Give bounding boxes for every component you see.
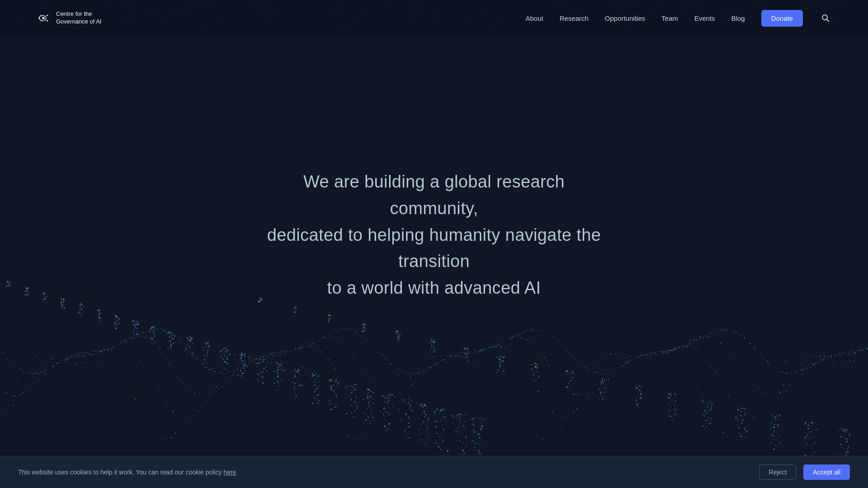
svg-line-9 <box>827 19 829 22</box>
hero-section: We are building a global research commun… <box>0 0 868 488</box>
nav-blog[interactable]: Blog <box>731 14 745 22</box>
nav-team[interactable]: Team <box>661 14 678 22</box>
cookie-actions: Reject Accept all <box>760 465 850 480</box>
donate-button[interactable]: Donate <box>761 10 803 27</box>
hero-tagline: We are building a global research commun… <box>262 169 606 301</box>
svg-point-2 <box>47 15 48 16</box>
cookie-policy-link[interactable]: here <box>223 469 236 476</box>
svg-point-3 <box>47 20 48 22</box>
logo-text: Centre for the Governance of AI <box>56 10 101 26</box>
search-button[interactable] <box>819 12 832 24</box>
logo[interactable]: Centre for the Governance of AI <box>36 10 101 26</box>
nav-research[interactable]: Research <box>560 14 589 22</box>
hero-text: We are building a global research commun… <box>253 169 615 301</box>
nav-opportunities[interactable]: Opportunities <box>605 14 645 22</box>
logo-icon <box>36 11 51 25</box>
cookie-accept-button[interactable]: Accept all <box>803 465 850 480</box>
nav-events[interactable]: Events <box>694 14 715 22</box>
nav-links: About Research Opportunities Team Events… <box>525 10 832 27</box>
navbar: Centre for the Governance of AI About Re… <box>0 0 868 36</box>
nav-about[interactable]: About <box>525 14 543 22</box>
cookie-message: This website uses cookies to help it wor… <box>18 469 236 476</box>
svg-point-0 <box>42 17 45 19</box>
search-icon <box>821 14 830 23</box>
svg-point-1 <box>39 18 40 19</box>
cookie-reject-button[interactable]: Reject <box>760 465 797 480</box>
cookie-banner: This website uses cookies to help it wor… <box>0 456 868 488</box>
